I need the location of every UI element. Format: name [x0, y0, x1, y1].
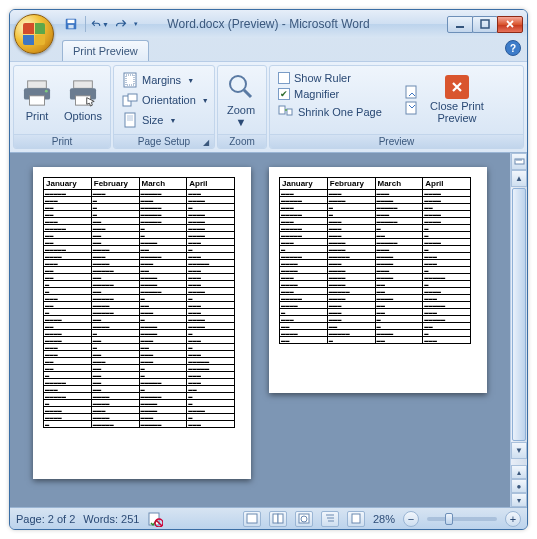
scroll-down-button[interactable]: ▼: [511, 442, 527, 459]
scroll-up-button[interactable]: ▲: [511, 170, 527, 187]
print-button[interactable]: Print: [16, 68, 58, 132]
status-bar: Page: 2 of 2 Words: 251 28% − +: [10, 507, 527, 529]
group-print: Print Options Print: [13, 65, 111, 149]
quick-access-toolbar: ▼ ▾: [62, 15, 138, 33]
svg-rect-27: [278, 514, 283, 523]
prev-page-button[interactable]: [404, 101, 424, 115]
redo-icon: [115, 18, 127, 30]
print-options-icon: [67, 77, 99, 109]
page-1: JanuaryFebruaryMarchApril▬▬▬▬▬▬▬▬▬▬▬▬▬▬▬…: [33, 167, 251, 479]
view-draft[interactable]: [347, 511, 365, 527]
svg-rect-18: [279, 106, 285, 114]
status-page[interactable]: Page: 2 of 2: [16, 513, 75, 525]
shrink-page-icon: [278, 104, 294, 120]
svg-rect-2: [68, 25, 73, 29]
status-words[interactable]: Words: 251: [83, 513, 139, 525]
margins-button[interactable]: Margins▼: [118, 70, 213, 90]
app-window: ▼ ▾ Word.docx (Preview) - Microsoft Word…: [9, 9, 528, 530]
status-zoom-level[interactable]: 28%: [373, 513, 395, 525]
outline-icon: [324, 513, 336, 524]
proof-icon: [147, 511, 163, 527]
next-page-browse-button[interactable]: ▾: [511, 493, 527, 507]
show-ruler-checkbox[interactable]: Show Ruler: [274, 70, 400, 86]
view-outline[interactable]: [321, 511, 339, 527]
page-2: JanuaryFebruaryMarchApril▬▬▬▬▬▬▬▬▬▬▬▬▬▬▬…: [269, 167, 487, 393]
close-window-button[interactable]: [497, 16, 523, 33]
web-icon: [298, 513, 310, 524]
svg-rect-4: [481, 20, 489, 28]
shrink-one-page-button[interactable]: Shrink One Page: [274, 102, 400, 122]
group-title-print: Print: [52, 136, 73, 147]
svg-rect-25: [247, 514, 257, 523]
maximize-button[interactable]: [472, 16, 498, 33]
svg-rect-9: [74, 81, 93, 88]
printer-icon: [21, 77, 53, 109]
titlebar: ▼ ▾ Word.docx (Preview) - Microsoft Word: [10, 10, 527, 38]
group-page-setup: Margins▼ Orientation▼ Size▼ Page Setup◢: [113, 65, 215, 149]
orientation-icon: [122, 92, 138, 108]
qat-undo-button[interactable]: ▼: [91, 15, 109, 33]
scroll-thumb[interactable]: [512, 188, 526, 441]
group-title-zoom: Zoom: [229, 136, 255, 147]
ruler-toggle-button[interactable]: [511, 153, 527, 170]
close-print-preview-button[interactable]: Close Print Preview: [426, 68, 488, 132]
layout-icon: [246, 513, 258, 524]
svg-rect-3: [456, 26, 464, 28]
group-title-preview: Preview: [379, 136, 415, 147]
view-full-screen[interactable]: [269, 511, 287, 527]
reading-icon: [272, 513, 284, 524]
group-title-pagesetup: Page Setup: [138, 136, 190, 147]
prev-page-browse-button[interactable]: ▴: [511, 465, 527, 479]
orientation-button[interactable]: Orientation▼: [118, 90, 213, 110]
svg-point-8: [45, 90, 48, 93]
zoom-slider[interactable]: [427, 517, 497, 521]
svg-rect-21: [406, 102, 416, 114]
magnifier-icon: [225, 71, 257, 103]
ruler-icon: [514, 156, 525, 167]
next-page-button[interactable]: [404, 85, 424, 99]
maximize-icon: [480, 19, 490, 29]
office-button[interactable]: [14, 14, 54, 54]
view-print-layout[interactable]: [243, 511, 261, 527]
document-area[interactable]: JanuaryFebruaryMarchApril▬▬▬▬▬▬▬▬▬▬▬▬▬▬▬…: [10, 153, 510, 507]
options-button[interactable]: Options: [58, 68, 108, 132]
minimize-icon: [455, 19, 465, 29]
proofing-button[interactable]: [147, 511, 163, 527]
minimize-button[interactable]: [447, 16, 473, 33]
ribbon-tabs: Print Preview ?: [10, 38, 527, 61]
qat-redo-button[interactable]: [112, 15, 130, 33]
qat-save-button[interactable]: [62, 15, 80, 33]
svg-rect-30: [352, 514, 360, 523]
close-icon: [505, 19, 515, 29]
page-nav-icon: [404, 101, 420, 115]
svg-point-17: [230, 76, 246, 92]
tab-print-preview[interactable]: Print Preview: [62, 40, 149, 61]
zoom-out-button[interactable]: −: [403, 511, 419, 527]
view-web-layout[interactable]: [295, 511, 313, 527]
svg-rect-19: [287, 109, 292, 115]
vertical-scrollbar[interactable]: ▲ ▼ ▴ ● ▾: [510, 153, 527, 507]
zoom-in-button[interactable]: +: [505, 511, 521, 527]
svg-rect-15: [128, 94, 137, 101]
svg-rect-1: [68, 20, 75, 24]
undo-icon: [91, 18, 101, 30]
margins-icon: [122, 72, 138, 88]
checkbox-empty-icon: [278, 72, 290, 84]
size-icon: [122, 112, 138, 128]
save-icon: [64, 17, 78, 31]
checkbox-checked-icon: ✔: [278, 88, 290, 100]
select-browse-object-button[interactable]: ●: [511, 479, 527, 493]
svg-rect-26: [273, 514, 278, 523]
ribbon: Print Options Print Margins▼ Orientation…: [10, 61, 527, 153]
draft-icon: [350, 513, 362, 524]
close-preview-icon: [445, 75, 469, 99]
help-button[interactable]: ?: [505, 40, 521, 56]
qat-customize-button[interactable]: ▾: [134, 20, 138, 28]
svg-rect-5: [28, 81, 47, 88]
size-button[interactable]: Size▼: [118, 110, 213, 130]
magnifier-checkbox[interactable]: ✔Magnifier: [274, 86, 400, 102]
page-setup-launcher[interactable]: ◢: [200, 136, 212, 148]
zoom-button[interactable]: Zoom▼: [220, 68, 262, 132]
page-nav-icon: [404, 85, 420, 99]
group-zoom: Zoom▼ Zoom: [217, 65, 267, 149]
